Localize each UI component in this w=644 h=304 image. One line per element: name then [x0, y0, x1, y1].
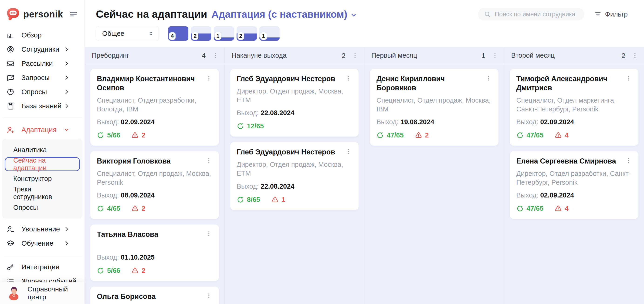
progress-value: 5/66: [107, 131, 120, 139]
search-input[interactable]: [494, 10, 578, 18]
stage-mini-chart-3[interactable]: 1: [214, 26, 234, 41]
sidebar-item-employee-tracks[interactable]: Треки сотрудников: [5, 186, 80, 200]
board-column-second-month: Второй месяц2Тимофей Александрович Дмитр…: [504, 47, 644, 304]
sidebar-item-label: База знаний: [22, 102, 62, 110]
progress-value: 47/65: [387, 131, 404, 139]
page-title: Сейчас на адаптации: [96, 8, 207, 20]
sidebar-item-knowledge-base[interactable]: База знаний: [0, 99, 84, 113]
app-root: personik ОбзорСотрудникиРассылкиЗапросыО…: [0, 0, 644, 304]
employee-card[interactable]: Глеб Эдуардович НестеровДиректор, Отдел …: [230, 69, 359, 137]
sidebar-item-surveys[interactable]: Опросы: [0, 85, 84, 99]
sidebar-item-education[interactable]: Обучение: [0, 236, 84, 250]
sidebar-item-adaptation-surveys[interactable]: Опросы: [5, 201, 80, 215]
progress-stat: 47/65: [516, 205, 544, 212]
card-menu-button[interactable]: [625, 157, 632, 164]
column-menu-button[interactable]: [212, 52, 219, 59]
help-center-button[interactable]: Справочный центр: [0, 282, 84, 304]
card-menu-button[interactable]: [205, 292, 212, 299]
stage-mini-chart-2[interactable]: 2: [191, 26, 211, 41]
warning-icon: [271, 196, 278, 203]
stage-mini-chart-4[interactable]: 2: [236, 26, 257, 41]
card-header: Глеб Эдуардович Нестеров: [237, 74, 352, 83]
employee-card[interactable]: Ольга БорисоваВыход:03.11.20255/662: [90, 287, 219, 304]
column-menu-button[interactable]: [632, 52, 638, 59]
sidebar-item-mailings[interactable]: Рассылки: [0, 56, 84, 70]
board-column-preboarding: Пребординг4Владимир Константинович Осипо…: [85, 47, 225, 304]
sidebar-nav: ОбзорСотрудникиРассылкиЗапросыОпросыБаза…: [0, 26, 84, 291]
sidebar-item-integrations[interactable]: Интеграции: [0, 260, 84, 274]
sidebar-item-analytics[interactable]: Аналитика: [5, 143, 80, 157]
employee-card[interactable]: Денис Кириллович БоровиковСпециалист, От…: [370, 69, 498, 146]
exit-date-label: Выход:: [516, 191, 538, 199]
sidebar-item-adaptation[interactable]: Адаптация: [0, 123, 84, 137]
chevron-right-icon: [64, 60, 70, 66]
users-icon: [6, 45, 14, 53]
employee-details: Директор, Отдел продаж, Москва, ETM: [237, 160, 352, 178]
progress-value: 4/65: [107, 205, 120, 212]
scope-select[interactable]: Общее: [96, 26, 159, 41]
warning-count: 2: [142, 267, 145, 275]
card-menu-button[interactable]: [485, 74, 492, 81]
stage-mini-chart-5[interactable]: 1: [259, 26, 280, 41]
filter-button[interactable]: Фильтр: [593, 10, 629, 18]
employee-card[interactable]: Татьяна ВласоваВыход:01.10.20255/662: [90, 225, 219, 281]
employee-card[interactable]: Глеб Эдуардович НестеровДиректор, Отдел …: [230, 142, 359, 210]
employee-name: Владимир Константинович Осипов: [97, 74, 205, 93]
program-dropdown[interactable]: Адаптация (с наставником): [212, 8, 357, 20]
refresh-icon: [376, 132, 384, 139]
card-stats: 8/651: [237, 196, 352, 204]
sidebar-item-label: Интеграции: [22, 263, 59, 271]
card-menu-button[interactable]: [205, 230, 212, 237]
filter-label: Фильтр: [605, 10, 628, 18]
column-header: Пребординг4: [85, 47, 224, 64]
card-menu-button[interactable]: [345, 74, 352, 81]
sidebar-collapse-button[interactable]: [69, 10, 78, 18]
card-menu-button[interactable]: [625, 74, 632, 81]
scope-select-value: Общее: [102, 30, 124, 37]
card-menu-button[interactable]: [205, 157, 212, 164]
chevron-right-icon: [64, 89, 70, 95]
card-menu-button[interactable]: [205, 74, 212, 81]
exit-date-label: Выход:: [376, 118, 398, 126]
exit-date-row: Выход:02.09.2024: [516, 191, 632, 199]
employee-details: Специалист, Отдел продаж, Москва, IBM: [376, 96, 492, 114]
sidebar-item-employees[interactable]: Сотрудники: [0, 42, 84, 56]
chevron-right-icon: [64, 46, 70, 52]
employee-name: Елена Сергеевна Смирнова: [516, 157, 616, 166]
column-header: Накануне выхода2: [225, 47, 364, 64]
refresh-icon: [97, 132, 104, 139]
column-cards: Владимир Константинович ОсиповСпециалист…: [85, 64, 224, 304]
sidebar-item-dismissal[interactable]: Увольнение: [0, 222, 84, 236]
column-count: 2: [342, 52, 346, 59]
sidebar-item-label: Рассылки: [22, 59, 53, 67]
employee-name: Виктория Головкова: [97, 157, 171, 166]
exit-date-label: Выход:: [237, 109, 259, 117]
stage-mini-chart-1[interactable]: 4: [168, 26, 188, 41]
card-stats: 47/654: [516, 205, 632, 212]
card-header: Глеб Эдуардович Нестеров: [237, 148, 352, 157]
column-title: Первый месяц: [371, 52, 417, 59]
sidebar-item-requests[interactable]: Запросы: [0, 70, 84, 85]
sidebar-item-now-onboarding[interactable]: Сейчас на адаптации: [5, 157, 80, 171]
sidebar-item-label: Увольнение: [22, 225, 60, 233]
stage-summary-bars: 42121: [168, 26, 280, 41]
exit-date-label: Выход:: [97, 118, 119, 126]
warning-stat: 1: [271, 196, 285, 204]
employee-card[interactable]: Виктория ГоловковаСпециалист, Отдел прод…: [90, 151, 219, 219]
card-menu-button[interactable]: [345, 148, 352, 155]
user-minus-icon: [6, 225, 14, 233]
column-menu-button[interactable]: [492, 52, 498, 59]
column-count: 2: [622, 52, 625, 59]
employee-name: Ольга Борисова: [97, 292, 156, 301]
sidebar-item-constructor[interactable]: Конструктор: [5, 172, 80, 186]
column-cards: Тимофей Александрович ДмитриевСпециалист…: [504, 64, 644, 224]
sidebar-item-label: Обучение: [22, 239, 53, 247]
column-menu-button[interactable]: [352, 52, 358, 59]
warning-stat: 4: [554, 205, 568, 212]
sidebar-item-overview[interactable]: Обзор: [0, 28, 84, 42]
refresh-icon: [516, 205, 524, 212]
employee-card[interactable]: Елена Сергеевна СмирноваДиректор, Отдел …: [510, 151, 639, 219]
employee-card[interactable]: Тимофей Александрович ДмитриевСпециалист…: [510, 69, 639, 146]
employee-card[interactable]: Владимир Константинович ОсиповСпециалист…: [90, 69, 219, 146]
card-header: Виктория Головкова: [97, 157, 212, 166]
